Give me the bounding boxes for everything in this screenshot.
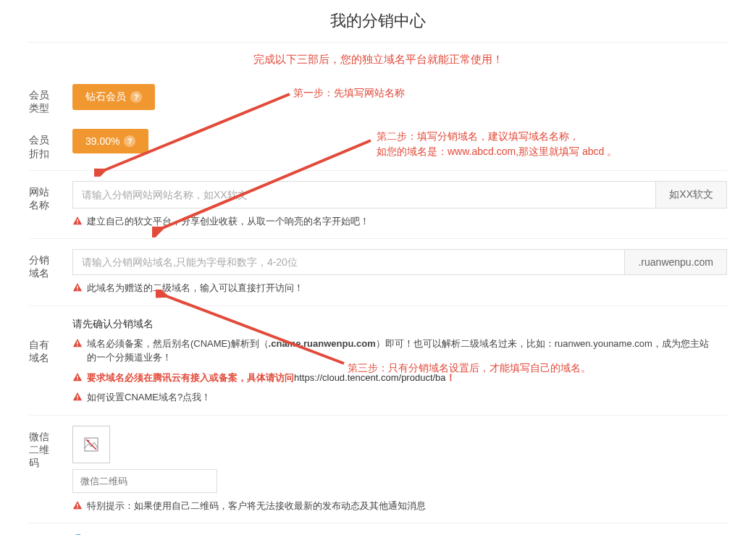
svg-rect-3 [77,290,77,290]
discount-value: 39.00% [85,135,119,147]
svg-rect-9 [77,399,77,400]
broken-image-icon [84,437,98,452]
svg-rect-6 [77,376,77,379]
member-type-badge[interactable]: 钻石会员 ? [72,84,155,110]
svg-rect-14 [77,507,77,507]
help-icon: ? [130,91,142,103]
warning-icon [72,392,83,402]
own-domain-line2: 要求域名必须在腾讯云有接入或备案，具体请访问https://cloud.tenc… [87,371,455,385]
dist-domain-hint: 此域名为赠送的二级域名，输入可以直接打开访问！ [87,281,303,295]
own-domain-heading: 请先确认分销域名 [72,316,727,331]
svg-rect-5 [77,345,77,345]
discount-badge[interactable]: 39.00% ? [72,129,148,153]
help-icon: ? [124,135,135,147]
warning-icon [72,338,83,348]
qr-image-placeholder[interactable] [72,426,110,463]
label-own-domain: 自有域名 [29,316,65,364]
svg-rect-8 [77,395,77,398]
qr-hint: 特别提示：如果使用自己二维码，客户将无法接收最新的发布动态及其他通知消息 [87,499,426,513]
tencent-cloud-link[interactable]: https://cloud.tencent.com/product/ba [294,372,446,383]
dist-domain-addon: .ruanwenpu.com [624,249,727,275]
site-name-addon: 如XX软文 [655,181,727,208]
warning-icon [72,372,83,382]
qr-input[interactable] [72,469,217,493]
warning-icon [72,216,83,226]
label-member-type: 会员类型 [29,84,65,114]
own-domain-line1: 域名必须备案，然后别名(CNAME)解析到（.cname.ruanwenpu.c… [87,337,710,365]
cname-help-link[interactable]: 如何设置CNAME域名?点我！ [87,390,211,405]
warning-icon [72,282,83,292]
svg-rect-2 [77,286,77,289]
instruction-header: 完成以下三部后，您的独立域名平台就能正常使用！ [0,43,756,74]
site-name-hint: 建立自己的软文平台，分享创业收获，从取一个响亮的名字开始吧！ [87,214,369,229]
label-site-name: 网站名称 [29,181,65,211]
label-dist-domain: 分销域名 [29,249,65,279]
svg-rect-7 [77,379,77,379]
svg-rect-4 [77,342,77,345]
page-title: 我的分销中心 [0,0,756,42]
label-qr: 微信二维码 [29,426,65,470]
member-type-text: 钻石会员 [85,90,126,104]
svg-rect-1 [77,222,77,223]
svg-rect-0 [77,219,77,222]
site-name-input[interactable] [72,181,655,208]
warning-icon [72,500,83,510]
dist-domain-input[interactable] [72,249,624,275]
label-discount: 会员折扣 [29,129,65,159]
svg-rect-13 [77,504,77,507]
